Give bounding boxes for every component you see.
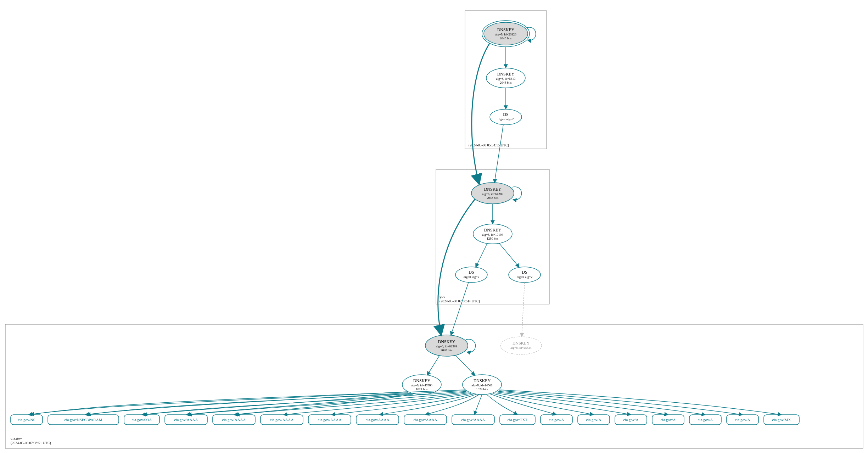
rr-txt: cia.gov/TXT: [500, 415, 535, 425]
svg-text:cia.gov/AAAA: cia.gov/AAAA: [414, 418, 437, 422]
svg-point-30: [500, 337, 542, 354]
svg-text:2048 bits: 2048 bits: [500, 37, 512, 40]
zone-gov-label: gov: [439, 294, 446, 298]
svg-text:cia.gov/SOA: cia.gov/SOA: [131, 418, 152, 422]
rr-soa: cia.gov/SOA: [124, 415, 159, 425]
edge-cia-ksk-zskL: [427, 356, 439, 375]
svg-point-23: [509, 267, 541, 283]
svg-text:digest alg=2: digest alg=2: [464, 275, 479, 279]
svg-text:alg=8, id=10104: alg=8, id=10104: [482, 233, 503, 236]
node-gov-zsk: DNSKEY alg=8, id=10104 1280 bits: [473, 224, 512, 244]
svg-text:1024 bits: 1024 bits: [476, 387, 488, 391]
node-root-ds: DS digest alg=2: [490, 109, 522, 125]
dnssec-graph: . (2024-05-08 05:54:15 UTC) DNSKEY alg=8…: [0, 0, 868, 453]
svg-text:cia.gov/A: cia.gov/A: [586, 418, 601, 422]
node-cia-ghost: DNSKEY alg=8, id=25534: [500, 337, 542, 354]
svg-text:cia.gov/AAAA: cia.gov/AAAA: [366, 418, 390, 422]
svg-text:alg=8, id=14563: alg=8, id=14563: [471, 384, 493, 387]
edge-rootds-govksk: [494, 125, 503, 183]
svg-text:cia.gov/A: cia.gov/A: [660, 418, 676, 422]
node-root-ksk: DNSKEY alg=8, id=20326 2048 bits: [482, 21, 530, 47]
rr-row: cia.gov/NS cia.gov/NSEC3PARAM cia.gov/SO…: [11, 415, 799, 425]
svg-text:DS: DS: [522, 270, 527, 275]
svg-text:cia.gov/NSEC3PARAM: cia.gov/NSEC3PARAM: [65, 418, 102, 422]
svg-text:cia.gov/A: cia.gov/A: [549, 418, 564, 422]
svg-text:cia.gov/AAAA: cia.gov/AAAA: [461, 418, 485, 422]
svg-text:DS: DS: [469, 270, 474, 275]
edge-gov-zsk-dsR: [499, 243, 519, 267]
svg-point-9: [490, 109, 522, 125]
node-root-zsk: DNSKEY alg=8, id=5613 2048 bits: [486, 68, 525, 88]
rr-a-1: cia.gov/A: [541, 415, 572, 425]
rr-aaaa-7: cia.gov/AAAA: [452, 415, 494, 425]
edge-govdsR-ghost: [522, 283, 525, 337]
rr-a-3: cia.gov/A: [615, 415, 647, 425]
rr-a-4: cia.gov/A: [652, 415, 684, 425]
svg-text:DS: DS: [503, 112, 508, 117]
svg-text:DNSKEY: DNSKEY: [438, 339, 455, 344]
svg-text:DNSKEY: DNSKEY: [484, 228, 502, 233]
svg-text:DNSKEY: DNSKEY: [474, 378, 491, 383]
svg-text:alg=8, id=62599: alg=8, id=62599: [436, 345, 457, 348]
svg-text:alg=8, id=25534: alg=8, id=25534: [510, 346, 532, 349]
svg-text:cia.gov/A: cia.gov/A: [698, 418, 713, 422]
rr-aaaa-1: cia.gov/AAAA: [165, 415, 207, 425]
zone-cia-ts: (2024-05-08 07:36:51 UTC): [11, 441, 51, 445]
svg-text:DNSKEY: DNSKEY: [413, 378, 431, 383]
svg-text:cia.gov/MX: cia.gov/MX: [772, 418, 791, 422]
svg-text:DNSKEY: DNSKEY: [484, 187, 502, 192]
rr-aaaa-2: cia.gov/AAAA: [213, 415, 255, 425]
node-gov-ds-left: DS digest alg=2: [455, 267, 487, 283]
svg-text:1024 bits: 1024 bits: [416, 387, 428, 391]
node-gov-ksk: DNSKEY alg=8, id=64280 2048 bits: [471, 183, 514, 204]
rr-aaaa-6: cia.gov/AAAA: [404, 415, 447, 425]
svg-text:2048 bits: 2048 bits: [441, 348, 453, 352]
zone-cia-label: cia.gov: [11, 436, 22, 440]
edge-rootksk-govksk: [472, 43, 490, 184]
svg-text:cia.gov/A: cia.gov/A: [735, 418, 750, 422]
svg-text:digest alg=2: digest alg=2: [517, 275, 532, 279]
svg-text:cia.gov/AAAA: cia.gov/AAAA: [318, 418, 342, 422]
svg-point-20: [455, 267, 487, 283]
svg-text:cia.gov/AAAA: cia.gov/AAAA: [270, 418, 294, 422]
svg-text:1280 bits: 1280 bits: [487, 237, 499, 240]
svg-text:cia.gov/NS: cia.gov/NS: [18, 418, 35, 422]
node-cia-zsk-right: DNSKEY alg=8, id=14563 1024 bits: [463, 375, 502, 395]
zone-root-label: .: [469, 138, 470, 142]
svg-text:DNSKEY: DNSKEY: [513, 341, 530, 346]
zone-gov-ts: (2024-05-08 07:36:44 UTC): [439, 299, 480, 303]
rr-nsec3param: cia.gov/NSEC3PARAM: [48, 415, 119, 425]
svg-text:cia.gov/AAAA: cia.gov/AAAA: [174, 418, 198, 422]
node-gov-ds-right: DS digest alg=2: [509, 267, 541, 283]
svg-text:alg=8, id=64280: alg=8, id=64280: [482, 192, 503, 196]
zone-root-ts: (2024-05-08 05:54:15 UTC): [469, 143, 509, 147]
svg-text:alg=8, id=20326: alg=8, id=20326: [495, 33, 516, 36]
rr-ns: cia.gov/NS: [11, 415, 43, 425]
svg-text:cia.gov/AAAA: cia.gov/AAAA: [222, 418, 246, 422]
rr-aaaa-3: cia.gov/AAAA: [261, 415, 303, 425]
svg-text:DNSKEY: DNSKEY: [497, 72, 515, 77]
rr-a-6: cia.gov/A: [727, 415, 758, 425]
edge-gov-zsk-dsL: [476, 243, 487, 267]
rr-a-2: cia.gov/A: [578, 415, 610, 425]
rr-a-5: cia.gov/A: [689, 415, 721, 425]
rr-aaaa-4: cia.gov/AAAA: [308, 415, 351, 425]
edges-fanout: [28, 390, 782, 415]
svg-text:digest alg=2: digest alg=2: [498, 117, 514, 121]
svg-text:alg=8, id=5613: alg=8, id=5613: [496, 77, 516, 80]
svg-text:2048 bits: 2048 bits: [487, 196, 499, 200]
svg-text:DNSKEY: DNSKEY: [497, 27, 515, 32]
svg-text:alg=8, id=47880: alg=8, id=47880: [411, 384, 432, 387]
svg-text:cia.gov/TXT: cia.gov/TXT: [508, 418, 528, 422]
rr-mx: cia.gov/MX: [764, 415, 799, 425]
rr-aaaa-5: cia.gov/AAAA: [356, 415, 399, 425]
edge-cia-ksk-zskR: [455, 355, 475, 375]
svg-text:2048 bits: 2048 bits: [500, 81, 512, 84]
svg-text:cia.gov/A: cia.gov/A: [623, 418, 638, 422]
edge-govdsL-ciaksk: [451, 282, 469, 335]
node-cia-ksk: DNSKEY alg=8, id=62599 2048 bits: [425, 335, 468, 356]
